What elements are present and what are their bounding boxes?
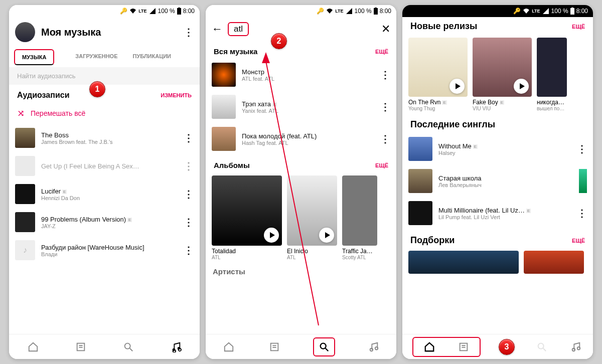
nav-search-icon[interactable]: [313, 337, 335, 356]
nav-home-icon[interactable]: [222, 340, 236, 354]
nav-home-icon[interactable]: [422, 340, 436, 354]
track-artist: Hennizi Da Don: [41, 195, 178, 201]
bottom-nav: [9, 334, 200, 359]
edit-link[interactable]: ИЗМЕНИТЬ: [161, 92, 192, 98]
track-row[interactable]: LuciferE Hennizi Da Don ⋮: [9, 180, 200, 208]
screen-1: 🔑 LTE 100 % 8:00 Моя музыка ⋮ МУЗЫКА ЗАГ…: [9, 5, 200, 359]
avatar[interactable]: [15, 22, 35, 42]
play-icon[interactable]: [514, 79, 529, 94]
album-card[interactable]: El Inicio ATL: [287, 175, 337, 260]
album-artist: ATL: [287, 255, 337, 260]
search-input[interactable]: Найти аудиозапись: [9, 67, 200, 85]
album-artist: ATL: [212, 255, 282, 260]
nav-music-icon[interactable]: [367, 340, 381, 354]
battery-label: 100 %: [355, 8, 372, 15]
section-singles: Последние синглы: [410, 119, 495, 130]
track-artist: Hash Tag feat. ATL: [242, 140, 374, 146]
track-more-icon[interactable]: ⋮: [577, 207, 587, 219]
release-card[interactable]: On The RvnE Young Thug: [408, 38, 468, 111]
track-title: Разбуди район [WareHouse Music]: [41, 244, 178, 251]
more-icon[interactable]: ⋮: [184, 26, 194, 38]
tab-downloaded[interactable]: ЗАГРУЖЕННОЕ: [71, 49, 121, 65]
release-artist: Young Thug: [408, 106, 468, 111]
pick-card[interactable]: [408, 251, 519, 274]
svg-point-16: [320, 343, 326, 348]
tabs: МУЗЫКА ЗАГРУЖЕННОЕ ПУБЛИКАЦИИ: [9, 47, 200, 67]
release-card[interactable]: Fake BoyE VIU VIU: [473, 38, 532, 111]
track-row[interactable]: 99 Problems (Album Version)E JAY-Z ⋮: [9, 208, 200, 236]
track-row[interactable]: Without MeEHalsey ⋮: [402, 133, 593, 165]
nav-playlist-icon[interactable]: [267, 340, 281, 354]
track-more-icon[interactable]: ⋮: [184, 132, 194, 144]
network-label: LTE: [335, 9, 343, 14]
more-link[interactable]: ЕЩЁ: [375, 162, 388, 168]
track-row[interactable]: Старая школаЛев Валерьяныч: [402, 165, 593, 197]
track-artist: Влади: [41, 251, 178, 257]
shuffle-icon: ⤨: [17, 108, 25, 119]
nav-playlist-icon[interactable]: [74, 340, 88, 354]
nav-home-icon[interactable]: [26, 340, 40, 354]
track-title: LuciferE: [41, 188, 178, 195]
more-link[interactable]: ЕЩЁ: [572, 238, 585, 244]
track-row[interactable]: МонстрATL feat. ATL ⋮: [206, 59, 396, 91]
key-icon: 🔑: [317, 8, 324, 15]
more-link[interactable]: ЕЩЁ: [375, 49, 388, 55]
track-more-icon[interactable]: ⋮: [184, 188, 194, 200]
album-card[interactable]: Traffic Ja… Scotty ATL: [342, 175, 377, 260]
album-card[interactable]: Totalidad ATL: [212, 175, 282, 260]
status-bar: 🔑 LTE 100 % 8:00: [402, 5, 593, 17]
nav-music-icon[interactable]: [569, 340, 583, 354]
track-art: [408, 201, 432, 225]
step-badge-3: 3: [499, 339, 515, 355]
track-more-icon[interactable]: ⋮: [380, 69, 390, 81]
section-audio: Аудиозаписи: [17, 91, 69, 100]
nav-highlight-group: [412, 337, 481, 357]
svg-point-5: [124, 343, 130, 348]
track-row[interactable]: The Boss James Brown feat. The J.B.'s ⋮: [9, 124, 200, 152]
tab-posts[interactable]: ПУБЛИКАЦИИ: [129, 49, 176, 65]
nav-search-icon[interactable]: [121, 340, 135, 354]
svg-point-25: [538, 343, 544, 348]
pick-card[interactable]: [524, 251, 584, 274]
release-artist: вышел по…: [537, 106, 567, 111]
track-row[interactable]: Multi Millionaire (feat. Lil Uz…ELil Pum…: [402, 197, 593, 229]
track-more-icon[interactable]: ⋮: [577, 143, 587, 155]
signal-icon: [542, 8, 549, 14]
nav-playlist-icon[interactable]: [457, 340, 471, 354]
album-title: Totalidad: [212, 248, 282, 255]
back-icon[interactable]: ←: [212, 23, 223, 36]
section-all-music: Вся музыка: [214, 47, 257, 56]
track-art: [15, 128, 35, 148]
play-icon[interactable]: [264, 228, 279, 243]
release-card[interactable]: никогда… вышел по…: [537, 38, 567, 111]
bottom-nav: 3: [402, 334, 593, 359]
shuffle-label: Перемешать всё: [31, 109, 85, 117]
track-title: Трэп хатаE: [242, 100, 374, 108]
search-header: ← atl ✕: [206, 17, 396, 41]
track-more-icon[interactable]: ⋮: [184, 244, 194, 256]
close-icon[interactable]: ✕: [381, 23, 390, 36]
key-icon: 🔑: [120, 8, 127, 15]
track-row[interactable]: ♪ Разбуди район [WareHouse Music] Влади …: [9, 236, 200, 264]
shuffle-button[interactable]: ⤨ Перемешать всё: [9, 103, 200, 124]
track-row[interactable]: Трэп хатаEYanix feat. ATL ⋮: [206, 91, 396, 123]
play-icon[interactable]: [449, 79, 465, 94]
track-art: [212, 127, 236, 151]
svg-point-28: [577, 347, 580, 350]
track-artist: Yanix feat. ATL: [242, 108, 374, 114]
nav-search-icon[interactable]: [535, 340, 549, 354]
tab-music[interactable]: МУЗЫКА: [14, 49, 54, 65]
track-art: [15, 184, 35, 204]
track-more-icon[interactable]: ⋮: [184, 216, 194, 228]
track-more-icon[interactable]: ⋮: [184, 160, 194, 172]
track-more-icon[interactable]: ⋮: [380, 133, 390, 145]
time-label: 8:00: [183, 8, 195, 15]
nav-music-icon[interactable]: [169, 340, 183, 354]
track-row[interactable]: Пока молодой (feat. ATL)Hash Tag feat. A…: [206, 123, 396, 155]
track-title: The Boss: [41, 131, 178, 139]
search-input[interactable]: atl: [228, 22, 376, 36]
track-row[interactable]: Get Up (I Feel Like Being A Sex… ⋮: [9, 152, 200, 180]
play-icon[interactable]: [319, 228, 334, 243]
track-more-icon[interactable]: ⋮: [380, 101, 390, 113]
more-link[interactable]: ЕЩЁ: [572, 24, 585, 30]
